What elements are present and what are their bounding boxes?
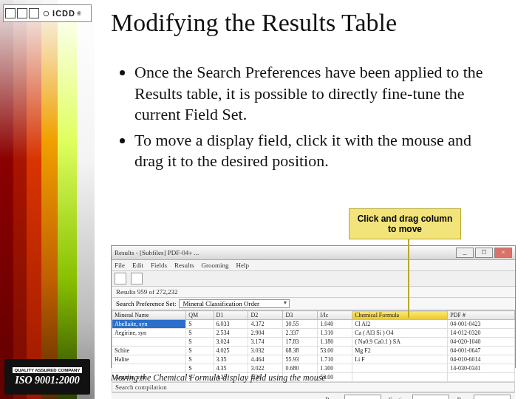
search-compilation: Search compilation (112, 382, 515, 392)
table-cell[interactable]: 6.033 (214, 320, 248, 329)
col-chemformula[interactable]: Chemical Formula (352, 311, 448, 320)
table-cell[interactable]: 1.300 (318, 364, 352, 373)
table-cell[interactable]: S (186, 338, 214, 347)
left-spine (0, 0, 95, 399)
table-cell[interactable]: 04-001-0647 (448, 347, 515, 355)
results-table[interactable]: Mineral Name QM D1 D2 D3 I/Ic Chemical F… (112, 310, 515, 382)
table-cell[interactable]: Mg F2 (352, 347, 448, 355)
table-cell[interactable]: 2.534 (214, 329, 248, 338)
table-cell[interactable]: 1.040 (318, 320, 352, 329)
table-cell[interactable]: 3.032 (248, 347, 283, 355)
table-cell[interactable]: 3.35 (214, 355, 248, 364)
maximize-button[interactable]: □ (475, 248, 493, 258)
table-cell[interactable]: 68.38 (283, 347, 318, 355)
table-cell[interactable]: ( Na0.9 Ca0.1 ) SA (352, 338, 448, 347)
table-cell[interactable] (352, 373, 448, 382)
col-d2[interactable]: D2 (248, 311, 283, 320)
table-row[interactable]: Abellaite, synS6.0334.37230.551.040Cl Al… (112, 320, 515, 329)
table-cell[interactable]: 0.680 (283, 364, 318, 373)
table-row[interactable]: Aegirine, synS2.5342.9042.3371.310Ca ( A… (112, 329, 515, 338)
table-cell[interactable]: 4.025 (214, 347, 248, 355)
menu-results[interactable]: Results (174, 262, 194, 269)
table-cell[interactable]: Schite (112, 347, 186, 355)
section-input[interactable] (412, 395, 449, 399)
table-cell[interactable]: 2.904 (248, 329, 283, 338)
table-cell[interactable]: 4.372 (248, 320, 283, 329)
table-cell[interactable]: 04-001-0423 (448, 320, 515, 329)
table-cell[interactable]: 53.00 (318, 347, 352, 355)
table-cell[interactable]: 3.024 (214, 338, 248, 347)
callout-box: Click and drag column to move (349, 208, 461, 239)
col-d1[interactable]: D1 (214, 311, 248, 320)
close-button[interactable]: × (494, 248, 512, 258)
icdd-logo: ○ ICDD ® (3, 4, 92, 22)
table-cell[interactable] (448, 373, 515, 382)
table-cell[interactable]: 30.55 (283, 320, 318, 329)
bullet-list: Once the Search Preferences have been ap… (118, 62, 502, 177)
table-cell[interactable]: 4.464 (248, 355, 283, 364)
col-iic[interactable]: I/Ic (318, 311, 352, 320)
minimize-button[interactable]: _ (456, 248, 474, 258)
table-cell[interactable]: Cl Al2 (352, 320, 448, 329)
table-cell[interactable]: 2.337 (283, 329, 318, 338)
results-window: Results - [Subfiles] PDF-04+ ... _ □ × F… (111, 245, 516, 368)
table-row[interactable]: HaliteS3.354.46455.931.710Li F04-010-601… (112, 355, 515, 364)
table-cell[interactable]: 3.174 (248, 338, 283, 347)
menu-grooming[interactable]: Grooming (202, 262, 229, 269)
menu-help[interactable]: Help (236, 262, 250, 269)
table-cell[interactable]: S (186, 347, 214, 355)
print-icon[interactable] (131, 273, 143, 284)
menu-file[interactable]: File (115, 262, 125, 269)
iso-badge: QUALITY ASSURED COMPANY ISO 9001:2000 (4, 359, 90, 395)
menu-edit[interactable]: Edit (132, 262, 143, 269)
table-row[interactable]: SchiteS4.0253.03268.3853.00Mg F204-001-0… (112, 347, 515, 355)
menu-bar[interactable]: File Edit Fields Results Grooming Help (112, 260, 515, 271)
table-cell[interactable] (112, 338, 186, 347)
table-cell[interactable]: 1.710 (318, 355, 352, 364)
table-cell[interactable]: 04-010-6014 (448, 355, 515, 364)
col-pdf[interactable]: PDF # (448, 311, 515, 320)
table-row[interactable]: S4.353.0220.6801.30014-030-0341 (112, 364, 515, 373)
slide-title: Modifying the Results Table (111, 9, 514, 37)
table-cell[interactable] (352, 364, 448, 373)
col-qm[interactable]: QM (186, 311, 214, 320)
table-cell[interactable]: Ca ( Al3 Si ) O4 (352, 329, 448, 338)
title-bar[interactable]: Results - [Subfiles] PDF-04+ ... _ □ × (112, 246, 515, 260)
col-d3[interactable]: D3 (283, 311, 318, 320)
toolbar (112, 271, 515, 287)
menu-fields[interactable]: Fields (151, 262, 167, 269)
table-cell[interactable]: 17.83 (283, 338, 318, 347)
table-cell[interactable]: S (186, 329, 214, 338)
figure-caption: Moving the Chemical Formula display fiel… (111, 372, 326, 383)
table-cell[interactable]: 14-012-0320 (448, 329, 515, 338)
bullet-item: To move a display field, click it with t… (134, 130, 502, 172)
col-mineral[interactable]: Mineral Name (112, 311, 186, 320)
table-cell[interactable]: S (186, 320, 214, 329)
window-title: Results - [Subfiles] PDF-04+ ... (115, 249, 454, 256)
table-cell[interactable]: 3.022 (248, 364, 283, 373)
table-cell[interactable]: 55.93 (283, 355, 318, 364)
callout-pointer (408, 238, 409, 318)
table-cell[interactable]: 14-030-0341 (448, 364, 515, 373)
preference-row: Search Preference Set: Mineral Classific… (112, 298, 515, 310)
table-cell[interactable]: Halite (112, 355, 186, 364)
row-input[interactable] (474, 395, 511, 399)
rows-input[interactable] (344, 395, 381, 399)
table-cell[interactable]: 04-020-1040 (448, 338, 515, 347)
pref-select[interactable]: Mineral Classification Order (179, 299, 290, 308)
table-cell[interactable]: Abellaite, syn (112, 320, 186, 329)
table-cell[interactable]: 4.35 (214, 364, 248, 373)
table-cell[interactable]: S (186, 364, 214, 373)
table-cell[interactable]: 1.310 (318, 329, 352, 338)
table-cell[interactable] (112, 364, 186, 373)
status-bar: Rows: Section: Row: (112, 392, 515, 399)
table-row[interactable]: S3.0243.17417.831.180( Na0.9 Ca0.1 ) SA0… (112, 338, 515, 347)
bullet-item: Once the Search Preferences have been ap… (134, 62, 502, 126)
table-cell[interactable]: Li F (352, 355, 448, 364)
save-icon[interactable] (115, 273, 126, 284)
table-cell[interactable]: S (186, 355, 214, 364)
table-header-row: Mineral Name QM D1 D2 D3 I/Ic Chemical F… (112, 311, 515, 320)
table-cell[interactable]: 1.180 (318, 338, 352, 347)
table-cell[interactable]: Aegirine, syn (112, 329, 186, 338)
result-count: Results 959 of 272,232 (112, 287, 515, 298)
